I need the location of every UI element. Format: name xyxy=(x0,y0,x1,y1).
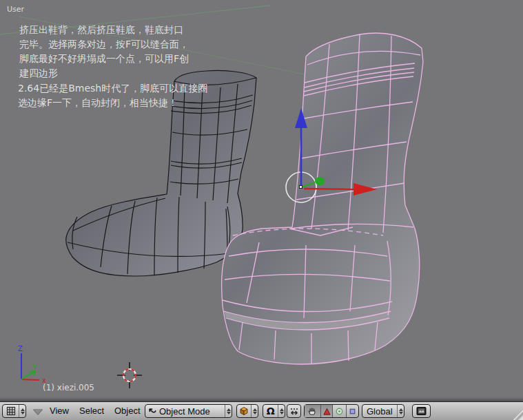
translate-manipulator-toggle[interactable] xyxy=(320,405,333,417)
render-preview-button[interactable] xyxy=(412,404,431,418)
viewport-header: View Select Object Object Mode xyxy=(0,401,523,420)
scale-manipulator-toggle[interactable] xyxy=(346,405,358,417)
rotate-circle-icon xyxy=(335,407,344,416)
viewport-shading-button[interactable] xyxy=(236,404,258,418)
manipulator-origin-dot xyxy=(300,186,302,189)
mode-dropdown[interactable]: Object Mode xyxy=(145,404,232,418)
translate-arrow-icon xyxy=(322,407,331,416)
mode-dropdown-spinner[interactable] xyxy=(225,405,232,417)
orientation-dropdown-spinner[interactable] xyxy=(397,405,404,417)
manipulator-x-arrow[interactable] xyxy=(304,189,356,189)
shading-spinner[interactable] xyxy=(251,405,258,417)
orientation-dropdown-label: Global xyxy=(367,406,393,417)
annotation-text-1: 挤压出鞋背，然后挤压鞋底，鞋底封口 完毕。选择两条对边，按F可以缝合面， 脚底最… xyxy=(19,23,189,81)
annotation-text-2: 2.64已经是Bmesh时代了，脚底可以直接圈 选边缘F一下，自动封闭，相当快捷… xyxy=(18,81,207,110)
rotate-manipulator-toggle[interactable] xyxy=(332,405,346,417)
orientation-dropdown[interactable]: Global xyxy=(362,404,404,418)
mode-dropdown-label: Object Mode xyxy=(159,406,210,417)
manipulator-hand-icon xyxy=(307,406,317,416)
pivot-point-button[interactable]: Ω xyxy=(263,404,285,418)
3d-cursor xyxy=(117,362,142,388)
menu-select[interactable]: Select xyxy=(79,406,104,416)
menu-object[interactable]: Object xyxy=(114,406,141,416)
view-name-label: User xyxy=(7,5,24,14)
object-mode-arrow-icon xyxy=(145,405,159,417)
manipulate-centers-button[interactable] xyxy=(287,404,301,418)
manipulator-hand-toggle[interactable] xyxy=(305,405,320,417)
pivot-spinner[interactable] xyxy=(278,405,285,417)
editor-type-spinner[interactable] xyxy=(19,405,25,417)
manipulate-centers-icon xyxy=(287,405,300,417)
render-preview-icon xyxy=(416,406,427,416)
blender-window: Z Y x User 挤压出鞋背，然后挤压鞋底，鞋底封口 完毕。选择两条对边，按… xyxy=(0,0,523,420)
manipulator-y-arrowhead[interactable] xyxy=(315,177,325,185)
axis-y-label: Y xyxy=(32,364,37,371)
pivot-omega-icon: Ω xyxy=(263,405,278,417)
chevron-down-icon[interactable] xyxy=(33,409,43,414)
axis-orientation-gizmo: Z Y x xyxy=(18,345,46,384)
scale-square-icon xyxy=(348,407,357,416)
solid-shading-cube-icon xyxy=(237,405,251,417)
active-object-info: (1) xiezi.005 xyxy=(43,383,94,392)
3d-viewport[interactable]: Z Y x User 挤压出鞋背，然后挤压鞋底，鞋底封口 完毕。选择两条对边，按… xyxy=(0,0,523,401)
grid-icon xyxy=(3,405,19,417)
editor-type-button[interactable] xyxy=(2,404,26,418)
menu-view[interactable]: View xyxy=(50,406,69,416)
manipulator-toggle-group xyxy=(304,404,359,418)
axis-z-label: Z xyxy=(18,345,23,353)
